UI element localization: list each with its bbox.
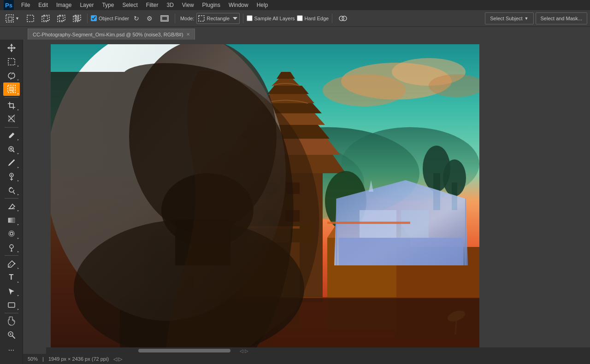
h-scroll-thumb[interactable] — [138, 349, 230, 352]
hard-edge-label: Hard Edge — [305, 16, 329, 21]
refresh-btn[interactable]: ↻ — [131, 12, 142, 24]
eraser-tool-btn[interactable]: ▸ — [3, 200, 20, 213]
spot-healing-tool-btn[interactable]: ▸ — [3, 142, 20, 156]
clone-stamp-tool-btn[interactable]: ▸ — [3, 170, 20, 183]
tool-arrow-eyedrop: ▸ — [18, 138, 19, 141]
hard-edge-checkbox[interactable] — [297, 15, 303, 21]
tool-separator-5 — [5, 313, 18, 313]
slice-icon — [7, 115, 16, 123]
path-selection-tool-btn[interactable]: ▸ — [3, 285, 20, 298]
new-selection-btn[interactable] — [24, 12, 37, 24]
marquee-tool-btn[interactable]: ▸ — [3, 55, 20, 69]
menu-plugins[interactable]: Plugins — [199, 1, 224, 9]
dodge-icon — [7, 243, 16, 252]
zoom-tool-btn[interactable] — [3, 328, 20, 341]
svg-point-25 — [9, 231, 14, 236]
dodge-tool-btn[interactable]: ▸ — [3, 241, 20, 254]
sample-all-layers-checkbox[interactable] — [247, 15, 253, 21]
options-bar: ▼ Object Finder ↻ ⚙ — [0, 10, 590, 27]
menu-help[interactable]: Help — [253, 1, 272, 9]
tool-select-btn[interactable]: ▼ — [3, 12, 22, 24]
settings-btn[interactable]: ⚙ — [144, 12, 156, 24]
tool-separator-4 — [5, 255, 18, 256]
select-subject-btn[interactable]: Select Subject ▼ — [485, 12, 533, 24]
svg-rect-18 — [10, 104, 13, 107]
more-tools-btn[interactable]: ··· — [3, 342, 20, 358]
menu-bar: Ps File Edit Image Layer Type Select Fil… — [0, 0, 590, 10]
object-finder-label: Object Finder — [99, 16, 129, 21]
move-tool-btn[interactable] — [3, 41, 20, 55]
menu-file[interactable]: File — [18, 1, 34, 9]
history-brush-tool-btn[interactable]: ▸ — [3, 183, 20, 197]
menu-view[interactable]: View — [178, 1, 198, 9]
svg-rect-1 — [8, 17, 12, 21]
svg-rect-11 — [162, 17, 167, 20]
intersect-selection-btn[interactable] — [70, 12, 84, 24]
canvas-container[interactable] — [51, 44, 479, 358]
new-selection-icon — [27, 15, 34, 22]
ps-logo: Ps — [4, 0, 14, 10]
subtract-selection-btn[interactable] — [54, 12, 68, 24]
eyedropper-tool-btn[interactable]: ▸ — [3, 129, 20, 142]
nav-arrows[interactable]: ◁ ▷ — [113, 356, 122, 362]
zoom-icon — [7, 331, 16, 339]
subtract-selection-icon — [57, 15, 65, 22]
shape-icon — [7, 301, 16, 309]
gradient-icon — [7, 216, 16, 224]
tool-arrow-pen: ▸ — [18, 266, 19, 270]
lasso-tool-btn[interactable]: ▸ — [3, 69, 20, 82]
svg-rect-24 — [8, 218, 15, 223]
sample-all-layers-group[interactable]: Sample All Layers — [247, 15, 295, 21]
tool-arrow-eraser: ▸ — [18, 209, 19, 212]
crop-tool-btn[interactable]: ▸ — [3, 99, 20, 112]
screen-mode-btn[interactable] — [158, 12, 171, 24]
close-tab-btn[interactable]: ✕ — [186, 32, 190, 37]
refresh-icon: ↻ — [134, 15, 139, 22]
status-separator: | — [42, 356, 44, 362]
screen-mode-icon — [160, 15, 169, 22]
object-finder-group[interactable]: Object Finder — [91, 15, 129, 21]
blur-icon — [7, 229, 16, 238]
horizontal-scrollbar[interactable]: ◁ ▷ — [46, 347, 590, 354]
channels-btn[interactable] — [336, 12, 350, 24]
gradient-tool-btn[interactable]: ▸ — [3, 213, 20, 227]
marquee-icon — [7, 58, 16, 66]
pen-tool-btn[interactable]: ▸ — [3, 257, 20, 270]
tool-separator-3 — [5, 198, 18, 199]
select-subject-dropdown-icon[interactable]: ▼ — [525, 16, 529, 21]
menu-select[interactable]: Select — [118, 1, 141, 9]
menu-layer[interactable]: Layer — [76, 1, 97, 9]
move-icon — [7, 43, 16, 53]
select-and-mask-btn[interactable]: Select and Mask... — [536, 12, 588, 24]
brush-tool-btn[interactable]: ▸ — [3, 156, 20, 170]
menu-3d[interactable]: 3D — [163, 1, 177, 9]
menu-window[interactable]: Window — [225, 1, 252, 9]
svg-point-23 — [11, 174, 12, 176]
document-dimensions: 1949 px × 2436 px (72 ppi) — [48, 356, 109, 362]
menu-type[interactable]: Type — [98, 1, 118, 9]
slice-tool-btn[interactable] — [3, 112, 20, 126]
svg-rect-2 — [27, 15, 34, 22]
document-tab[interactable]: CC-Photography-Segment_Omi-Kim.psd @ 50%… — [28, 29, 195, 40]
spot-healing-icon — [7, 145, 16, 153]
hard-edge-group[interactable]: Hard Edge — [297, 15, 329, 21]
text-tool-btn[interactable]: T ▸ — [3, 271, 20, 284]
tool-separator-2 — [5, 127, 18, 128]
svg-rect-5 — [58, 16, 63, 22]
mode-select[interactable]: Rectangle Ellipse Lasso — [196, 13, 240, 24]
object-selection-tool-btn[interactable]: ▸ — [3, 82, 20, 96]
shape-tool-btn[interactable]: ▸ — [3, 298, 20, 311]
menu-edit[interactable]: Edit — [35, 1, 52, 9]
add-selection-btn[interactable] — [39, 12, 53, 24]
status-bar: 50% | 1949 px × 2436 px (72 ppi) ◁ ▷ — [23, 354, 590, 364]
main-layout: ▸ ▸ ▸ ▸ — [0, 40, 590, 364]
menu-image[interactable]: Image — [53, 1, 75, 9]
crop-icon — [7, 101, 16, 110]
svg-rect-0 — [6, 15, 13, 22]
blur-tool-btn[interactable]: ▸ — [3, 227, 20, 241]
scroll-arrows[interactable]: ◁ ▷ — [240, 348, 248, 353]
hand-icon — [7, 317, 16, 326]
object-finder-checkbox[interactable] — [91, 15, 97, 21]
menu-filter[interactable]: Filter — [142, 1, 162, 9]
hand-tool-btn[interactable] — [3, 315, 20, 328]
